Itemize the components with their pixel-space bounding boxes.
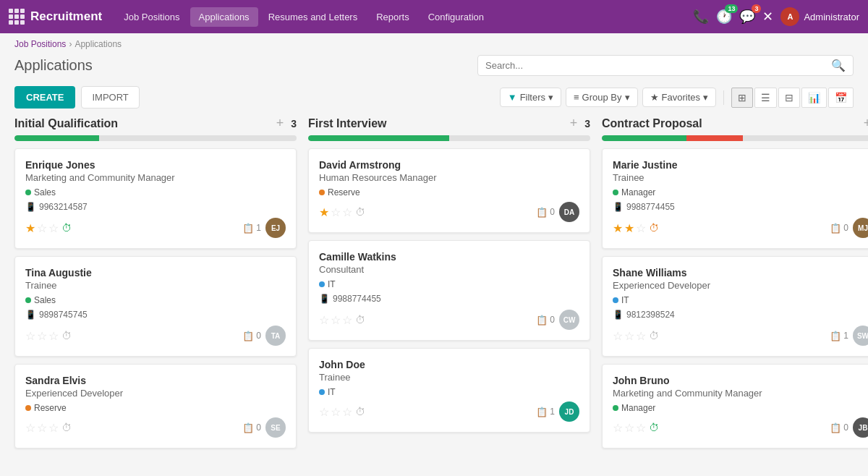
doc-icon: 📋 [242, 331, 254, 341]
doc-icon: 📋 [536, 407, 548, 417]
kanban-card[interactable]: John Bruno Marketing and Community Manag… [602, 364, 868, 449]
doc-num: 0 [843, 422, 848, 433]
groupby-button[interactable]: ≡ Group By ▾ [566, 88, 638, 107]
kanban-card[interactable]: Sandra Elvis Experienced Developer Reser… [14, 364, 297, 449]
kanban-card[interactable]: Shane Williams Experienced Developer IT … [602, 256, 868, 357]
doc-count: 📋 0 [830, 223, 848, 234]
kanban-card[interactable]: Enrique Jones Marketing and Community Ma… [14, 148, 297, 249]
rating-stars[interactable]: ☆☆☆ [613, 329, 646, 343]
card-tag: Sales [25, 187, 286, 197]
breadcrumb-parent[interactable]: Job Positions [14, 39, 66, 49]
card-job: Trainee [613, 172, 868, 183]
card-job: Marketing and Community Manager [25, 172, 286, 183]
import-button[interactable]: IMPORT [81, 86, 139, 109]
card-job: Human Resources Manager [319, 172, 579, 183]
doc-icon: 📋 [242, 422, 254, 433]
doc-count: 📋 0 [242, 331, 261, 341]
nav-applications[interactable]: Applications [190, 7, 258, 27]
card-meta: 📋 0 MJ [830, 218, 868, 238]
tag-dot [613, 405, 618, 411]
card-avatar: SE [265, 417, 286, 438]
card-footer: ☆☆☆ ⏱ 📋 1 SW [613, 326, 868, 346]
settings-icon-btn[interactable]: ✕ [762, 9, 773, 25]
nav-job-positions[interactable]: Job Positions [115, 7, 188, 27]
kanban-card[interactable]: Camille Watkins Consultant IT 📱998877445… [308, 240, 590, 341]
doc-icon: 📋 [536, 207, 548, 218]
kanban-card[interactable]: Tina Augustie Trainee Sales 📱9898745745 … [14, 256, 297, 357]
star-2: ☆ [636, 221, 646, 235]
rating-stars[interactable]: ☆☆☆ [613, 421, 646, 435]
rating-stars[interactable]: ☆☆☆ [319, 405, 352, 419]
tag-dot [613, 297, 618, 303]
app-logo[interactable]: Recruitment [9, 9, 102, 25]
card-footer: ★★☆ ⏱ 📋 0 MJ [613, 218, 868, 238]
nav-reports[interactable]: Reports [367, 7, 418, 27]
doc-icon: 📋 [536, 315, 548, 326]
top-navbar: Recruitment Job Positions Applications R… [0, 0, 868, 33]
favorites-button[interactable]: ★ Favorites ▾ [642, 88, 716, 107]
calendar-view-btn[interactable]: 📅 [828, 88, 854, 108]
card-job: Trainee [319, 372, 579, 383]
card-name: David Armstrong [319, 159, 579, 171]
kanban-card[interactable]: Marie Justine Trainee Manager 📱998877445… [602, 148, 868, 249]
admin-menu[interactable]: A Administrator [780, 7, 859, 26]
rating-stars[interactable]: ☆☆☆ [319, 313, 352, 327]
star-2: ☆ [48, 221, 59, 235]
search-input[interactable] [485, 60, 827, 71]
filters-label: Filters [520, 92, 545, 103]
breadcrumb-current: Applications [75, 39, 122, 49]
divider [723, 90, 724, 105]
star-2: ☆ [48, 421, 59, 435]
filters-button[interactable]: ▼ Filters ▾ [500, 88, 561, 107]
chat-icon-btn[interactable]: 💬 3 [739, 9, 755, 25]
tag-label: Reserve [34, 403, 67, 413]
star-1: ☆ [624, 421, 634, 435]
activity-icon-btn[interactable]: 🕐 13 [716, 9, 732, 25]
star-1: ★ [624, 221, 634, 235]
phone-icon: 📱 [613, 310, 624, 320]
nav-configuration[interactable]: Configuration [420, 7, 493, 27]
kanban-col-add-btn[interactable]: + [276, 116, 284, 131]
star-1: ☆ [331, 405, 341, 419]
progress-green [602, 135, 686, 141]
star-0: ☆ [25, 329, 35, 343]
avatar: A [780, 7, 799, 26]
doc-num: 0 [256, 422, 261, 433]
card-meta: 📋 0 CW [536, 310, 579, 330]
tag-label: IT [328, 387, 336, 397]
kanban-card[interactable]: David Armstrong Human Resources Manager … [308, 148, 590, 233]
phone-icon-btn[interactable]: 📞 [693, 9, 709, 25]
card-meta: 📋 1 EJ [242, 218, 286, 238]
star-2: ☆ [342, 313, 352, 327]
rating-stars[interactable]: ★★☆ [613, 221, 646, 235]
header-icons: 📞 🕐 13 💬 3 ✕ A Administrator [693, 7, 859, 26]
rating-stars[interactable]: ★☆☆ [319, 205, 352, 219]
card-phone: 📱9988774455 [613, 202, 868, 212]
kanban-col-add-btn[interactable]: + [570, 116, 578, 131]
card-name: John Bruno [613, 375, 868, 386]
create-button[interactable]: CREATE [14, 86, 75, 109]
card-tag: Sales [25, 295, 286, 305]
rating-stars[interactable]: ☆☆☆ [25, 421, 59, 435]
star-1: ☆ [624, 329, 634, 343]
chart-view-btn[interactable]: 📊 [801, 88, 827, 108]
page-title: Applications [14, 57, 93, 74]
groupby-label: Group By [582, 92, 622, 103]
doc-num: 0 [843, 223, 848, 233]
card-avatar: SW [853, 326, 868, 346]
tag-dot [319, 281, 325, 287]
toolbar-left: CREATE IMPORT [14, 86, 140, 109]
rating-stars[interactable]: ★☆☆ [25, 221, 59, 235]
kanban-col-add-btn[interactable]: + [864, 116, 868, 131]
table-view-btn[interactable]: ⊟ [778, 88, 800, 108]
star-2: ☆ [342, 405, 352, 419]
nav-resumes[interactable]: Resumes and Letters [260, 7, 367, 27]
search-bar[interactable]: 🔍 [477, 55, 854, 76]
progress-bar [308, 135, 590, 141]
kanban-view-btn[interactable]: ⊞ [731, 88, 753, 108]
rating-stars[interactable]: ☆☆☆ [25, 329, 59, 343]
list-view-btn[interactable]: ☰ [754, 88, 777, 108]
kanban-card[interactable]: John Doe Trainee IT ☆☆☆ ⏱ 📋 1 JD [308, 348, 590, 433]
progress-bar [602, 135, 868, 141]
clock-icon: ⏱ [649, 222, 659, 234]
